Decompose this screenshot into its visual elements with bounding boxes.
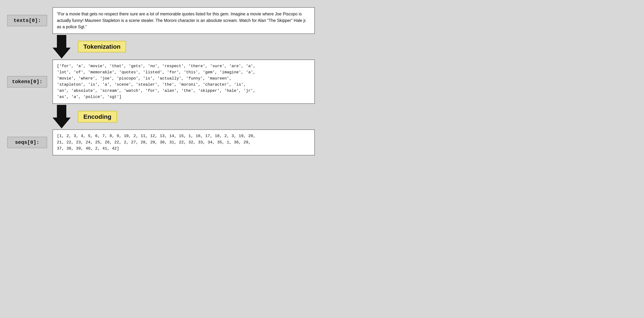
tokenization-arrow-container: Tokenization: [52, 35, 126, 58]
tokenization-arrow: [52, 35, 71, 58]
texts-row: texts[0]: “For a movie that gets no resp…: [7, 7, 315, 34]
arrow-shaft-1: [57, 35, 66, 48]
arrow-shaft-2: [57, 105, 66, 117]
tokenization-arrow-row: Tokenization: [7, 35, 315, 58]
encoding-arrow-container: Encoding: [52, 105, 117, 128]
seqs-row: seqs[0]: [1, 2, 3, 4, 5, 6, 7, 8, 9, 10,…: [7, 129, 315, 155]
tokens-row: tokens[0]: ['for', 'a', 'movie', 'that',…: [7, 60, 315, 104]
texts-label: texts[0]:: [7, 15, 47, 26]
arrow-head-1: [52, 48, 71, 58]
tokens-content: ['for', 'a', 'movie', 'that', 'gets', 'n…: [52, 60, 315, 104]
texts-content: “For a movie that gets no respect there …: [52, 7, 315, 34]
encoding-arrow-row: Encoding: [7, 105, 315, 128]
seqs-content: [1, 2, 3, 4, 5, 6, 7, 8, 9, 10, 2, 11, 1…: [52, 129, 315, 155]
seqs-label: seqs[0]:: [7, 137, 47, 148]
encoding-arrow: [52, 105, 71, 128]
encoding-label: Encoding: [78, 111, 117, 122]
arrow-head-2: [52, 117, 71, 128]
tokenization-label: Tokenization: [78, 41, 126, 52]
tokens-label: tokens[0]:: [7, 76, 47, 87]
